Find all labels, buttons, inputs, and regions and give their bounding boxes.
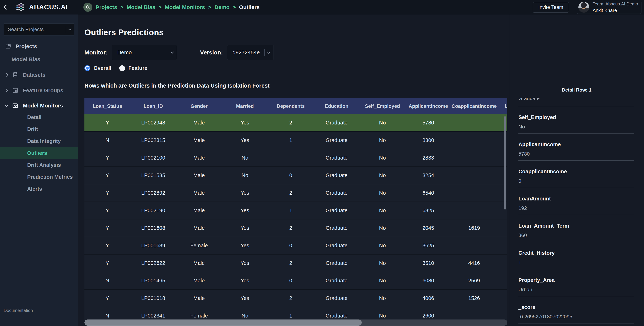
table-cell: Male [176, 225, 222, 231]
sidebar-item-feature-groups[interactable]: Feature Groups [0, 86, 78, 95]
table-cell: Yes [222, 207, 268, 213]
detail-value: 360 [518, 232, 634, 238]
table-cell: No [360, 155, 405, 161]
sidebar-item-label: Projects [16, 43, 37, 49]
table-cell: 6080 [405, 278, 451, 284]
radio-selected-icon[interactable] [84, 65, 90, 71]
table-cell: 3510 [405, 260, 451, 266]
project-search-select[interactable]: Search Projects [4, 23, 74, 35]
table-cell: Graduate [314, 295, 360, 301]
table-cell: 8300 [405, 137, 451, 143]
sidebar-subitem-prediction-metrics[interactable]: Prediction Metrics [0, 171, 78, 183]
table-row[interactable]: YLP001639FemaleYes0GraduateNo3625 [84, 237, 507, 255]
breadcrumb-item[interactable]: Demo [214, 4, 230, 10]
column-header-education[interactable]: Education [314, 98, 360, 114]
abacus-logo[interactable]: ABACUS.AI [16, 2, 68, 12]
horizontal-scrollbar-track[interactable] [84, 320, 507, 326]
invite-team-button[interactable]: Invite Team [533, 2, 569, 12]
table-row[interactable]: YLP002100MaleNoGraduateNo2833 [84, 149, 507, 167]
table-cell: Female [176, 313, 222, 319]
radio-feature[interactable]: Feature [119, 65, 147, 71]
detail-label: Credit_History [518, 250, 634, 256]
column-header-gender[interactable]: Gender [176, 98, 222, 114]
topbar-divider [12, 3, 12, 11]
table-cell: 6540 [405, 190, 451, 196]
column-header-dependents[interactable]: Dependents [268, 98, 314, 114]
sidebar-subitem-outliers[interactable]: Outliers [0, 147, 78, 159]
radio-unselected-icon[interactable] [119, 65, 125, 71]
table-row[interactable]: YLP001018MaleYes2GraduateNo40061526 [84, 290, 507, 307]
sidebar-item-projects[interactable]: Projects [0, 42, 78, 51]
team-card[interactable]: Team: Abacus.AI Demo Ankit Khare [577, 1, 642, 14]
detail-label: Property_Area [518, 277, 634, 283]
radio-overall[interactable]: Overall [84, 65, 111, 71]
table-cell: Graduate [314, 172, 360, 178]
sidebar-subitem-drift[interactable]: Drift [0, 123, 78, 135]
detail-item-cutoff: Graduate [518, 98, 634, 106]
sidebar-item-model-monitors[interactable]: Model Monitors [0, 101, 78, 110]
detail-label: CoapplicantIncome [518, 168, 634, 174]
table-row[interactable]: YLP002948MaleYes2GraduateNo5780 [84, 114, 507, 132]
column-header-loan_status[interactable]: Loan_Status [84, 98, 130, 114]
version-select[interactable]: d9272454e [227, 45, 274, 60]
sidebar-subitem-alerts[interactable]: Alerts [0, 183, 78, 195]
select-divider [168, 49, 168, 56]
monitor-value: Demo [117, 49, 168, 55]
table-cell: Graduate [314, 243, 360, 249]
table-row[interactable]: YLP002892MaleYes2GraduateNo6540 [84, 184, 507, 202]
detail-value: Graduate [518, 98, 540, 101]
back-icon[interactable] [4, 5, 9, 10]
table-cell: 3254 [405, 172, 451, 178]
breadcrumb-item[interactable]: Model Bias [127, 4, 155, 10]
table-row[interactable]: NLP002315MaleYes1GraduateNo8300 [84, 132, 507, 149]
top-bar: ABACUS.AI Projects>Model Bias>Model Moni… [0, 0, 644, 14]
table-cell: Graduate [314, 137, 360, 143]
detail-item-loan_amount_term: Loan_Amount_Term360 [518, 215, 634, 242]
column-header-coapplicantincome[interactable]: CoapplicantIncome [451, 98, 497, 114]
table-cell: Y [84, 225, 130, 231]
documentation-link[interactable]: Documentation [4, 308, 33, 313]
sidebar-item-datasets[interactable]: Datasets [0, 70, 78, 80]
breadcrumb-item[interactable]: Model Monitors [165, 4, 205, 10]
detail-item-credit_history: Credit_History1 [518, 242, 634, 269]
search-icon [86, 5, 90, 9]
table-cell: No [360, 120, 405, 126]
table-cell: Y [84, 295, 130, 301]
column-header-self_employed[interactable]: Self_Employed [360, 98, 405, 114]
detail-item-loanamount: LoanAmount192 [518, 188, 634, 215]
table-cell: Male [176, 278, 222, 284]
horizontal-scrollbar-thumb[interactable] [84, 320, 362, 326]
detail-value: 5780 [518, 151, 634, 157]
scope-radio-group: OverallFeature [84, 65, 147, 71]
sidebar-subitem-drift-analysis[interactable]: Drift Analysis [0, 159, 78, 171]
table-cell: 2 [268, 190, 314, 196]
column-header-loanamount[interactable]: LoanAmount [497, 98, 507, 114]
search-button[interactable] [83, 3, 92, 12]
sidebar-item-model-bias[interactable]: Model Bias [0, 55, 78, 64]
breadcrumb-item: Outliers [239, 4, 260, 10]
column-header-married[interactable]: Married [222, 98, 268, 114]
avatar[interactable] [578, 2, 589, 13]
table-cell: LP002341 [130, 313, 176, 319]
monitor-select[interactable]: Demo [112, 45, 177, 60]
vertical-scrollbar-thumb[interactable] [504, 116, 506, 209]
sidebar-subitem-detail[interactable]: Detail [0, 111, 78, 123]
sidebar-subitem-data-integrity[interactable]: Data Integrity [0, 135, 78, 147]
table-cell: Graduate [314, 225, 360, 231]
column-header-loan_id[interactable]: Loan_ID [130, 98, 176, 114]
table-body: YLP002948MaleYes2GraduateNo5780NLP002315… [84, 114, 507, 325]
table-cell: Male [176, 172, 222, 178]
table-row[interactable]: YLP001535MaleNo0GraduateNo3254 [84, 167, 507, 184]
table-row[interactable]: YLP001608MaleYes2GraduateNo20451619 [84, 219, 507, 237]
breadcrumb-item[interactable]: Projects [96, 4, 117, 10]
detail-label: Self_Employed [518, 114, 634, 120]
table-cell: No [360, 172, 405, 178]
table-row[interactable]: YLP002622MaleYes2GraduateNo35104416 [84, 255, 507, 272]
table-cell: Yes [222, 243, 268, 249]
table-row[interactable]: YLP002190MaleYes1GraduateNo6325 [84, 202, 507, 219]
column-header-applicantincome[interactable]: ApplicantIncome [405, 98, 451, 114]
table-cell: Graduate [314, 190, 360, 196]
breadcrumb: Projects>Model Bias>Model Monitors>Demo>… [83, 0, 260, 14]
sidebar-item-label: Model Monitors [23, 103, 63, 109]
table-row[interactable]: NLP001465MaleYes0GraduateNo60802569 [84, 272, 507, 290]
